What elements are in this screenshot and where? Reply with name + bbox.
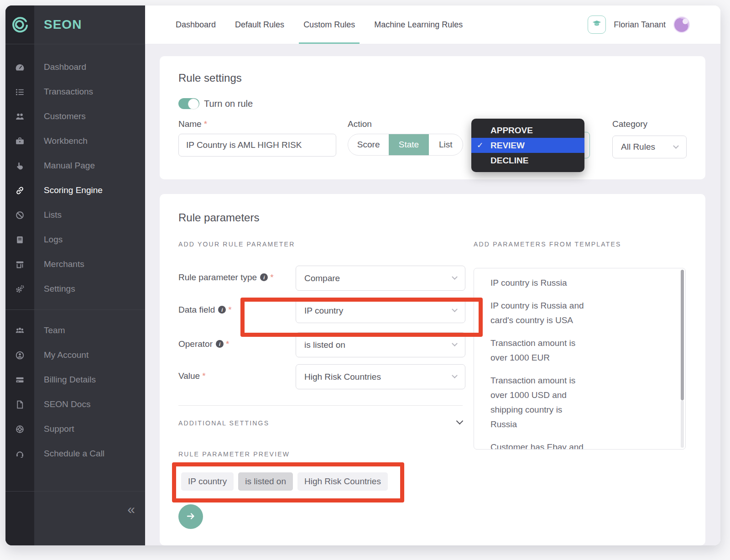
operator-value: is listed on <box>304 340 345 350</box>
life-ring-icon <box>5 424 34 434</box>
top-navigation: Dashboard Default Rules Custom Rules Mac… <box>145 5 720 44</box>
person-circle-icon <box>5 351 34 360</box>
template-item[interactable]: IP country is Russia <box>490 276 623 290</box>
template-item[interactable]: IP country is Russia and card's country … <box>490 298 623 328</box>
info-icon[interactable] <box>218 306 226 314</box>
sidebar-item-scoring-engine[interactable]: Scoring Engine <box>5 178 145 203</box>
sidebar-item-settings[interactable]: Settings <box>5 277 145 301</box>
sidebar-main-group: Dashboard Transactions Customers Workben… <box>5 55 145 466</box>
templates-panel: IP country is Russia IP country is Russi… <box>474 268 686 450</box>
additional-settings-label[interactable]: ADDITIONAL SETTINGS <box>178 419 269 427</box>
tab-default-rules[interactable]: Default Rules <box>230 5 289 44</box>
sidebar-item-label: Customers <box>44 111 86 121</box>
preview-chip: is listed on <box>238 472 293 491</box>
brand-name: SEON <box>44 17 82 32</box>
brand-header: SEON <box>5 5 145 44</box>
dropdown-option-approve[interactable]: APPROVE <box>471 123 584 138</box>
value-select[interactable]: High Risk Countries <box>296 364 465 389</box>
sidebar-item-dashboard[interactable]: Dashboard <box>5 55 145 79</box>
action-option-list[interactable]: List <box>429 134 463 155</box>
sidebar-item-label: Lists <box>44 210 62 220</box>
operator-label: Operator* <box>178 339 229 349</box>
tab-custom-rules[interactable]: Custom Rules <box>299 5 360 44</box>
templates-scrollbar-thumb[interactable] <box>681 270 684 400</box>
sidebar-item-label: Workbench <box>44 136 88 146</box>
info-icon[interactable] <box>260 273 268 281</box>
collapse-sidebar-icon[interactable]: « <box>127 502 135 517</box>
chevron-down-icon <box>673 143 679 149</box>
user-cluster: Florian Tanant <box>588 16 690 34</box>
rule-parameter-type-label: Rule parameter type* <box>178 272 274 283</box>
sidebar-item-manual-page[interactable]: Manual Page <box>5 153 145 178</box>
preview-chips: IP country is listed on High Risk Countr… <box>181 472 388 491</box>
dropdown-option-decline[interactable]: DECLINE <box>471 153 584 168</box>
tab-dashboard[interactable]: Dashboard <box>171 5 220 44</box>
sidebar-item-workbench[interactable]: Workbench <box>5 129 145 153</box>
nav-tabs: Dashboard Default Rules Custom Rules Mac… <box>171 5 467 44</box>
action-segment: Score State List <box>348 134 463 156</box>
templates-section-label: ADD PARAMETERS FROM TEMPLATES <box>474 241 621 248</box>
gears-icon <box>5 284 34 294</box>
additional-settings-chevron-icon[interactable] <box>456 418 464 425</box>
sidebar-item-logs[interactable]: Logs <box>5 227 145 252</box>
rule-parameter-type-select[interactable]: Compare <box>296 266 465 291</box>
chevron-down-icon <box>452 372 458 378</box>
state-dropdown-popup: APPROVE ✓REVIEW DECLINE <box>471 119 584 172</box>
team-icon <box>5 326 34 335</box>
data-field-select[interactable]: IP country <box>296 298 465 323</box>
block-icon <box>5 210 34 220</box>
value-value: High Risk Countries <box>304 372 381 382</box>
graduation-cap-icon <box>592 19 602 31</box>
rule-name-input[interactable] <box>178 134 336 157</box>
required-asterisk: * <box>226 339 229 349</box>
sidebar-item-billing-details[interactable]: Billing Details <box>5 367 145 392</box>
dropdown-option-review[interactable]: ✓REVIEW <box>471 138 584 153</box>
info-icon[interactable] <box>216 340 224 348</box>
sidebar-item-label: Support <box>44 424 74 434</box>
avatar[interactable] <box>673 16 690 33</box>
action-option-state[interactable]: State <box>389 134 428 155</box>
sidebar-item-label: Logs <box>44 235 63 245</box>
sidebar-item-label: SEON Docs <box>44 399 90 409</box>
sidebar-item-label: Billing Details <box>44 375 96 385</box>
briefcase-icon <box>5 136 34 146</box>
check-icon: ✓ <box>477 141 483 150</box>
sidebar-item-label: Dashboard <box>44 62 86 72</box>
sidebar-item-label: My Account <box>44 350 89 360</box>
app-window: SEON Dashboard Transactions Customers <box>5 5 720 545</box>
operator-select[interactable]: is listed on <box>296 332 465 357</box>
sidebar-item-label: Merchants <box>44 259 84 269</box>
link-icon <box>5 186 34 195</box>
sidebar-item-label: Manual Page <box>44 161 95 171</box>
add-rule-parameter-label: ADD YOUR RULE PARAMETER <box>178 241 295 248</box>
category-select[interactable]: All Rules <box>612 136 687 158</box>
sidebar-item-merchants[interactable]: Merchants <box>5 252 145 277</box>
template-item[interactable]: Customer has Ebay and <box>490 440 623 450</box>
document-icon <box>5 400 34 409</box>
action-option-score[interactable]: Score <box>348 134 389 155</box>
template-item[interactable]: Transaction amount is over 1000 USD and … <box>490 373 623 432</box>
tab-machine-learning-rules[interactable]: Machine Learning Rules <box>370 5 467 44</box>
sidebar-item-seon-docs[interactable]: SEON Docs <box>5 392 145 417</box>
category-label: Category <box>612 119 647 129</box>
sidebar-item-support[interactable]: Support <box>5 417 145 441</box>
submit-parameter-button[interactable] <box>178 504 203 529</box>
user-name[interactable]: Florian Tanant <box>614 20 666 30</box>
sidebar-item-customers[interactable]: Customers <box>5 104 145 129</box>
sidebar-item-label: Team <box>44 325 65 335</box>
sidebar-bottom-divider <box>5 491 145 492</box>
template-item[interactable]: Transaction amount is over 1000 EUR <box>490 336 623 365</box>
data-field-value: IP country <box>304 306 343 316</box>
chevron-down-icon <box>452 340 458 346</box>
academy-button[interactable] <box>588 16 606 34</box>
required-asterisk: * <box>228 305 231 314</box>
templates-scrollbar-track <box>681 400 684 448</box>
sidebar-item-lists[interactable]: Lists <box>5 203 145 227</box>
sidebar-item-team[interactable]: Team <box>5 318 145 343</box>
sidebar-item-my-account[interactable]: My Account <box>5 343 145 367</box>
rule-parameters-card: Rule parameters ADD YOUR RULE PARAMETER … <box>160 194 705 545</box>
sidebar-item-schedule-a-call[interactable]: Schedule a Call <box>5 441 145 466</box>
sidebar-item-label: Transactions <box>44 87 93 97</box>
sidebar-item-transactions[interactable]: Transactions <box>5 79 145 104</box>
turn-on-rule-toggle[interactable] <box>178 98 199 109</box>
